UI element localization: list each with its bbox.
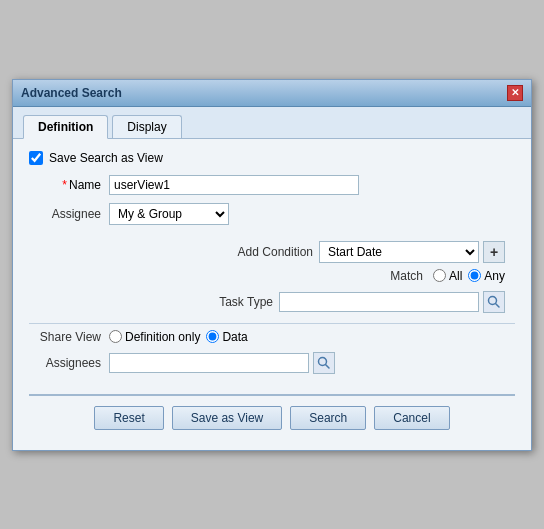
match-all-radio[interactable] bbox=[433, 269, 446, 282]
footer-divider bbox=[29, 394, 515, 396]
assignee-select[interactable]: My & Group My Group All bbox=[109, 203, 229, 225]
name-label: Name bbox=[69, 178, 101, 192]
name-input[interactable] bbox=[109, 175, 359, 195]
match-row: Match All Any bbox=[29, 269, 515, 283]
search-button[interactable]: Search bbox=[290, 406, 366, 430]
tab-bar: Definition Display bbox=[13, 107, 531, 139]
cancel-button[interactable]: Cancel bbox=[374, 406, 449, 430]
share-definition-only-radio[interactable] bbox=[109, 330, 122, 343]
assignees-search-icon bbox=[317, 356, 331, 370]
share-view-radio-group: Definition only Data bbox=[109, 330, 248, 344]
task-type-row: Task Type bbox=[29, 291, 515, 313]
name-row: *Name bbox=[29, 175, 515, 195]
dialog-titlebar: Advanced Search ✕ bbox=[13, 80, 531, 107]
share-view-label: Share View bbox=[29, 330, 109, 344]
svg-line-3 bbox=[326, 364, 330, 368]
share-definition-only-text: Definition only bbox=[125, 330, 200, 344]
tab-content: Save Search as View *Name Assignee My & … bbox=[13, 139, 531, 450]
save-as-view-button[interactable]: Save as View bbox=[172, 406, 283, 430]
search-icon bbox=[487, 295, 501, 309]
footer-area: Reset Save as View Search Cancel bbox=[29, 394, 515, 438]
tab-display[interactable]: Display bbox=[112, 115, 181, 138]
match-any-text: Any bbox=[484, 269, 505, 283]
share-view-row: Share View Definition only Data bbox=[29, 330, 515, 344]
match-all-label[interactable]: All bbox=[433, 269, 462, 283]
add-condition-button[interactable]: + bbox=[483, 241, 505, 263]
assignee-label: Assignee bbox=[29, 207, 109, 221]
section-divider bbox=[29, 323, 515, 324]
name-label-group: *Name bbox=[29, 178, 109, 192]
save-search-checkbox[interactable] bbox=[29, 151, 43, 165]
close-button[interactable]: ✕ bbox=[507, 85, 523, 101]
tab-definition[interactable]: Definition bbox=[23, 115, 108, 139]
match-all-text: All bbox=[449, 269, 462, 283]
task-type-input[interactable] bbox=[279, 292, 479, 312]
share-data-radio[interactable] bbox=[206, 330, 219, 343]
match-label: Match bbox=[390, 269, 423, 283]
reset-button[interactable]: Reset bbox=[94, 406, 163, 430]
assignees-row: Assignees bbox=[29, 352, 515, 374]
share-definition-only-label[interactable]: Definition only bbox=[109, 330, 200, 344]
add-condition-select[interactable]: Start Date Due Date Priority Status bbox=[319, 241, 479, 263]
dialog-title: Advanced Search bbox=[21, 86, 122, 100]
match-any-label[interactable]: Any bbox=[468, 269, 505, 283]
task-type-search-button[interactable] bbox=[483, 291, 505, 313]
task-type-label: Task Type bbox=[219, 295, 273, 309]
dialog-body: Definition Display Save Search as View *… bbox=[13, 107, 531, 450]
advanced-search-dialog: Advanced Search ✕ Definition Display Sav… bbox=[12, 79, 532, 451]
add-condition-row: Add Condition Start Date Due Date Priori… bbox=[29, 241, 515, 263]
save-search-row: Save Search as View bbox=[29, 151, 515, 165]
share-data-label[interactable]: Data bbox=[206, 330, 247, 344]
required-marker: * bbox=[62, 178, 67, 192]
footer-buttons: Reset Save as View Search Cancel bbox=[29, 406, 515, 430]
add-condition-label: Add Condition bbox=[238, 245, 313, 259]
assignees-label: Assignees bbox=[29, 356, 109, 370]
share-data-text: Data bbox=[222, 330, 247, 344]
svg-line-1 bbox=[496, 303, 500, 307]
save-search-label: Save Search as View bbox=[49, 151, 163, 165]
assignee-row: Assignee My & Group My Group All bbox=[29, 203, 515, 225]
assignees-search-button[interactable] bbox=[313, 352, 335, 374]
assignees-input[interactable] bbox=[109, 353, 309, 373]
match-any-radio[interactable] bbox=[468, 269, 481, 282]
match-radio-group: All Any bbox=[433, 269, 505, 283]
